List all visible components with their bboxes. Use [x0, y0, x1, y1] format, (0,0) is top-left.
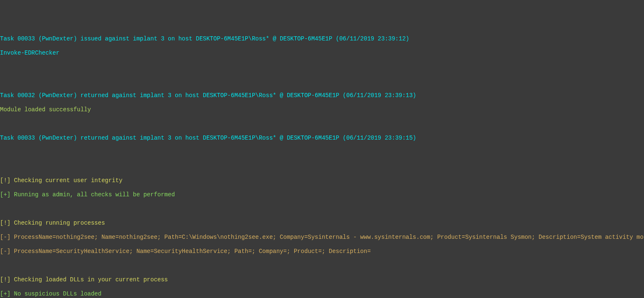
check-finding: [-] ProcessName=nothing2see; Name=nothin… [0, 234, 644, 241]
blank-line [0, 149, 644, 156]
blank-line [0, 64, 644, 71]
blank-line [0, 163, 644, 170]
check-header: [!] Checking running processes [0, 220, 644, 227]
blank-line [0, 205, 644, 213]
task-returned-header: Task 00032 (PwnDexter) returned against … [0, 92, 644, 99]
blank-line [0, 262, 644, 269]
command-line: Invoke-EDRChecker [0, 50, 644, 57]
blank-line [0, 120, 644, 128]
check-positive: [+] Running as admin, all checks will be… [0, 191, 644, 198]
task-returned-header: Task 00033 (PwnDexter) returned against … [0, 135, 644, 142]
task-issued-header: Task 00033 (PwnDexter) issued against im… [0, 35, 644, 43]
module-loaded-line: Module loaded successfully [0, 106, 644, 113]
terminal-output[interactable]: Task 00033 (PwnDexter) issued against im… [0, 28, 644, 298]
check-positive: [+] No suspicious DLLs loaded [0, 290, 644, 298]
check-header: [!] Checking loaded DLLs in your current… [0, 276, 644, 283]
check-finding: [-] ProcessName=SecurityHealthService; N… [0, 248, 644, 255]
blank-line [0, 78, 644, 85]
check-header: [!] Checking current user integrity [0, 177, 644, 184]
